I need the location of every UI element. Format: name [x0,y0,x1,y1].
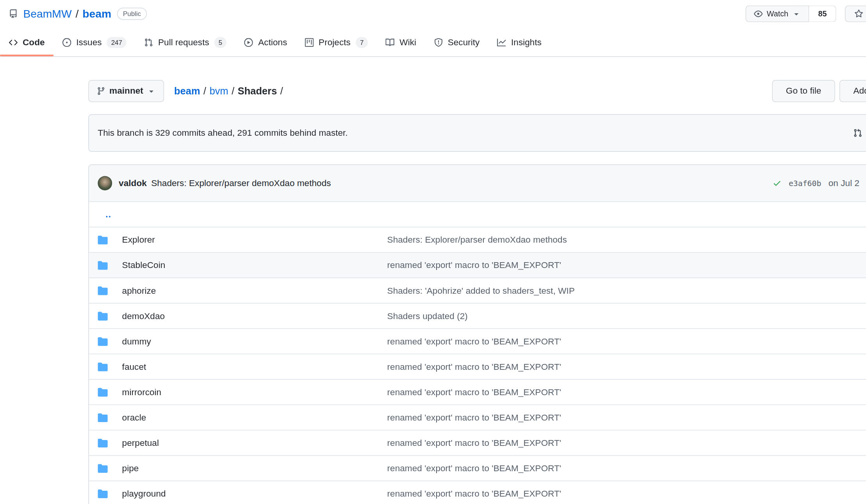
tab-code[interactable]: Code [0,29,53,56]
chevron-down-icon [792,9,801,18]
contribute-button[interactable] [853,129,862,138]
branch-notice: This branch is 329 commits ahead, 291 co… [88,114,866,152]
play-icon [244,38,253,47]
folder-icon [98,489,107,499]
repo-content: mainnet beam / bvm / Shaders / Go to fil… [88,80,866,504]
repo-owner-link[interactable]: BeamMW [23,7,71,20]
watch-button[interactable]: Watch [746,5,809,22]
row-commit-message-link[interactable]: renamed 'export' macro to 'BEAM_EXPORT' [387,489,866,499]
repo-name-link[interactable]: beam [82,7,111,20]
table-row: mirrorcoin renamed 'export' macro to 'BE… [89,380,866,405]
file-name-link[interactable]: demoXdao [122,311,165,321]
book-icon [386,38,395,47]
row-commit-message-link[interactable]: renamed 'export' macro to 'BEAM_EXPORT' [387,387,866,397]
file-name-link[interactable]: playground [122,489,166,499]
tab-counter: 5 [214,37,227,48]
tab-label: Issues [76,37,102,47]
tab-counter: 247 [107,37,127,48]
folder-icon [98,463,107,473]
row-commit-message-link[interactable]: renamed 'export' macro to 'BEAM_EXPORT' [387,362,866,371]
branch-selector-button[interactable]: mainnet [88,80,164,102]
file-navigation-toolbar: mainnet beam / bvm / Shaders / Go to fil… [88,80,866,102]
table-row: StableCoin renamed 'export' macro to 'BE… [89,253,866,278]
folder-icon [98,311,107,321]
check-icon[interactable] [773,179,782,188]
tab-counter: 7 [356,37,368,48]
tab-actions[interactable]: Actions [235,29,296,56]
header-actions: Watch 85 [746,5,866,22]
parent-directory-row: .. [89,202,866,227]
eye-icon [754,9,763,18]
file-name-link[interactable]: StableCoin [122,260,166,270]
row-commit-message-link[interactable]: Shaders updated (2) [387,311,866,321]
row-commit-message-link[interactable]: renamed 'export' macro to 'BEAM_EXPORT' [387,412,866,422]
row-commit-message-link[interactable]: renamed 'export' macro to 'BEAM_EXPORT' [387,260,866,270]
table-row: pipe renamed 'export' macro to 'BEAM_EXP… [89,456,866,481]
folder-icon [98,336,107,346]
tab-pull-requests[interactable]: Pull requests 5 [135,29,235,57]
row-commit-message-link[interactable]: Shaders: 'Apohrize' added to shaders_tes… [387,286,866,295]
tab-label: Security [448,37,480,47]
folder-icon [98,438,107,447]
tab-wiki[interactable]: Wiki [377,29,425,56]
tab-label: Wiki [399,37,416,47]
file-name-link[interactable]: dummy [122,336,151,346]
star-icon [854,9,863,18]
breadcrumb-root-link[interactable]: beam [174,85,200,97]
avatar[interactable] [98,176,112,190]
file-table-body: Explorer Shaders: Explorer/parser demoXd… [89,227,866,504]
folder-icon [98,387,107,397]
github-repo-page: BeamMW / beam Public Watch 85 Code I [0,0,866,504]
tab-projects[interactable]: Projects 7 [296,29,377,57]
project-icon [305,38,314,47]
parent-directory-link[interactable]: .. [105,209,111,219]
row-commit-message-link[interactable]: Shaders: Explorer/parser demoXdao method… [387,235,866,245]
file-name-link[interactable]: pipe [122,463,139,473]
file-name-link[interactable]: faucet [122,362,146,371]
watch-count[interactable]: 85 [809,5,836,22]
row-commit-message-link[interactable]: renamed 'export' macro to 'BEAM_EXPORT' [387,463,866,473]
folder-icon [98,286,107,295]
tab-security[interactable]: Security [425,29,488,56]
tab-label: Code [23,37,45,47]
git-pull-request-icon [853,129,862,138]
commit-sha-link[interactable]: e3af60b [789,179,821,188]
commit-message-link[interactable]: Shaders: Explorer/parser demoXdao method… [151,178,331,188]
folder-icon [98,235,107,245]
git-branch-icon [97,87,106,96]
star-button[interactable] [845,5,866,22]
table-row: faucet renamed 'export' macro to 'BEAM_E… [89,354,866,380]
commit-author-link[interactable]: valdok [119,178,147,188]
commit-meta: e3af60b on Jul 2 [773,165,859,201]
branch-name: mainnet [109,86,143,96]
row-commit-message-link[interactable]: renamed 'export' macro to 'BEAM_EXPORT' [387,336,866,346]
breadcrumb-separator: / [280,85,283,97]
row-commit-message-link[interactable]: renamed 'export' macro to 'BEAM_EXPORT' [387,438,866,447]
file-name-link[interactable]: mirrorcoin [122,387,162,397]
folder-icon [98,362,107,371]
issue-opened-icon [62,38,71,47]
repo-header: BeamMW / beam Public Watch 85 [0,0,866,22]
file-name-link[interactable]: aphorize [122,286,156,295]
code-icon [9,38,18,47]
breadcrumb-dir-link[interactable]: bvm [210,85,228,97]
table-row: perpetual renamed 'export' macro to 'BEA… [89,430,866,456]
file-name-link[interactable]: perpetual [122,438,159,447]
breadcrumb-separator: / [203,85,206,97]
table-row: aphorize Shaders: 'Apohrize' added to sh… [89,278,866,303]
tab-insights[interactable]: Insights [488,29,551,56]
folder-icon [98,260,107,270]
graph-icon [497,38,506,47]
tab-label: Pull requests [158,37,209,47]
add-file-button[interactable]: Add [839,80,866,102]
repo-title-separator: / [75,7,78,20]
folder-icon [98,412,107,422]
branch-notice-text: This branch is 329 commits ahead, 291 co… [98,128,347,138]
chevron-down-icon [147,87,156,96]
breadcrumb-separator: / [232,85,234,97]
repo-icon [9,9,18,18]
file-name-link[interactable]: Explorer [122,235,155,245]
tab-issues[interactable]: Issues 247 [53,29,135,57]
file-name-link[interactable]: oracle [122,412,146,422]
go-to-file-button[interactable]: Go to file [772,80,835,102]
